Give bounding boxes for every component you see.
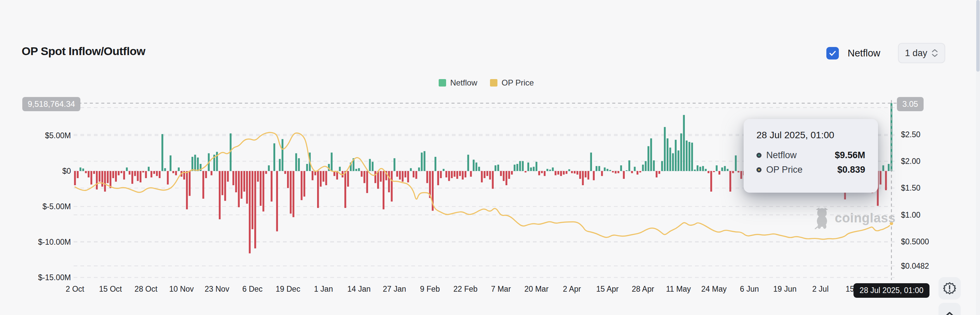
x-axis-tick-label: 7 Mar — [491, 285, 511, 294]
tooltip-netflow-label: Netflow — [766, 150, 797, 160]
y-right-tick-label: $1.00 — [901, 210, 921, 219]
netflow-checkbox[interactable] — [826, 47, 839, 59]
alert-seal-icon — [943, 282, 956, 295]
x-axis-tick-label: 1 Jan — [314, 285, 333, 294]
crosshair-y-left-badge: 9,518,764.34 — [22, 97, 80, 111]
x-axis-tick-label: 19 Jun — [773, 285, 797, 294]
page-scrollbar — [976, 0, 980, 315]
legend-label-netflow: Netflow — [450, 78, 477, 88]
x-axis-tick-label: 22 Feb — [453, 285, 477, 294]
tooltip-netflow-value: $9.56M — [835, 150, 865, 160]
page-title: OP Spot Inflow/Outflow — [22, 45, 145, 58]
x-axis-tick-label: 27 Jan — [383, 285, 406, 294]
y-right-tick-label: $2.50 — [901, 130, 921, 139]
tooltip-row-op-price: OP Price $0.839 — [756, 165, 865, 175]
y-left-tick-label: $5.00M — [14, 131, 71, 140]
crosshair-y-right-badge: 3.05 — [897, 97, 924, 111]
checkmark-icon — [829, 50, 837, 57]
coinglass-watermark: coinglass — [813, 207, 896, 229]
netflow-checkbox-label[interactable]: Netflow — [848, 48, 880, 59]
tooltip-op-price-value: $0.839 — [837, 165, 865, 175]
legend-item-netflow[interactable]: Netflow — [439, 78, 477, 88]
y-right-tick-label: $0.0482 — [901, 261, 929, 270]
interval-select[interactable]: 1 day — [898, 43, 945, 63]
x-axis-tick-label: 23 Nov — [205, 285, 229, 294]
coinglass-spot-flow-page: { "page": { "title": "OP Spot Inflow/Out… — [0, 0, 980, 315]
chevron-up-icon — [944, 311, 955, 315]
x-axis-tick-label: 15 Apr — [597, 285, 619, 294]
tooltip-date: 28 Jul 2025, 01:00 — [756, 130, 865, 141]
op-price-swatch-icon — [490, 79, 498, 86]
watermark-text: coinglass — [835, 211, 896, 225]
x-axis-tick-label: 28 Oct — [134, 285, 158, 294]
chart-tooltip: 28 Jul 2025, 01:00 Netflow $9.56M OP Pri… — [744, 119, 878, 193]
chart-legend: Netflow OP Price — [0, 78, 972, 88]
x-axis-tick-label: 2 Jul — [812, 285, 829, 294]
y-left-tick-label: $-15.00M — [14, 273, 71, 282]
coinglass-bear-icon — [813, 207, 831, 229]
legend-label-op-price: OP Price — [501, 78, 534, 88]
y-left-tick-label: $0 — [14, 166, 71, 176]
y-right-tick-label: $1.50 — [901, 184, 921, 193]
interval-select-value: 1 day — [905, 48, 928, 59]
x-axis-tick-label: 6 Dec — [242, 285, 263, 294]
tooltip-row-netflow: Netflow $9.56M — [756, 150, 865, 160]
x-axis-tick-label: 2 Oct — [66, 285, 84, 294]
x-axis-tick-label: 9 Feb — [420, 285, 440, 294]
x-axis-tick-label: 10 Nov — [169, 285, 194, 294]
collapse-chart-button[interactable] — [939, 303, 961, 315]
x-axis-tick-label: 14 Jan — [347, 285, 371, 294]
netflow-marker-icon — [756, 153, 762, 158]
select-chevrons-icon — [931, 49, 938, 57]
y-right-tick-label: $0.5000 — [901, 237, 929, 246]
x-axis-tick-label: 20 Mar — [525, 285, 549, 294]
x-axis-tick-label: 19 Dec — [275, 285, 300, 294]
y-left-tick-label: $-10.00M — [14, 238, 71, 247]
y-right-tick-label: $2.00 — [901, 157, 921, 166]
tooltip-op-price-label: OP Price — [766, 165, 803, 175]
x-axis-tick-label: 11 May — [666, 285, 691, 294]
x-axis-tick-label: 2 Apr — [563, 285, 581, 294]
x-axis-tick-label: 24 May — [701, 285, 726, 294]
x-axis-tick-label: 6 Jun — [740, 285, 759, 294]
crosshair-date-badge: 28 Jul 2025, 01:00 — [853, 283, 929, 298]
chart-controls: Netflow 1 day — [826, 43, 945, 63]
x-axis-tick-label: 28 Apr — [632, 285, 654, 294]
y-left-tick-label: $-5.00M — [14, 202, 71, 211]
legend-item-op-price[interactable]: OP Price — [490, 78, 534, 88]
netflow-swatch-icon — [439, 79, 446, 86]
scrollbar-thumb[interactable] — [976, 0, 980, 72]
x-axis-tick-label: 15 Oct — [99, 285, 122, 294]
op-price-marker-icon — [756, 167, 762, 173]
report-issue-button[interactable] — [939, 277, 961, 299]
